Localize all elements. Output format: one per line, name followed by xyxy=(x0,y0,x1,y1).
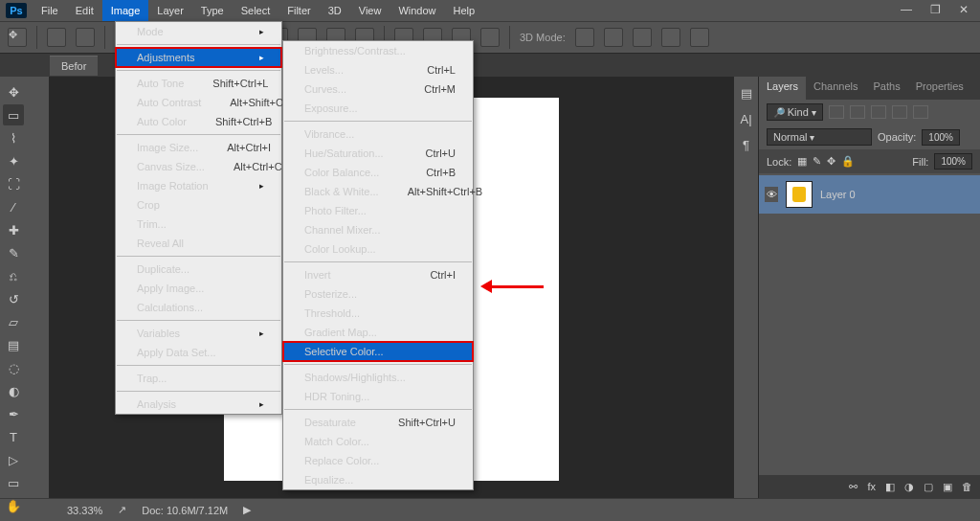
delete-layer-icon[interactable]: 🗑 xyxy=(962,481,972,492)
filter-icon[interactable] xyxy=(892,105,907,119)
menu-item[interactable]: Selective Color... xyxy=(283,342,473,361)
opacity-value[interactable]: 100% xyxy=(922,129,960,146)
blur-tool-icon[interactable]: ◌ xyxy=(3,357,24,378)
menu-item[interactable]: Auto ColorShift+Ctrl+B xyxy=(116,112,281,131)
adjustment-layer-icon[interactable]: ◑ xyxy=(904,481,914,493)
filter-icon[interactable] xyxy=(913,105,928,119)
menu-item[interactable]: Replace Color... xyxy=(283,451,473,470)
link-layers-icon[interactable]: ⚯ xyxy=(849,481,858,493)
menu-item[interactable]: Color Balance...Ctrl+B xyxy=(283,163,473,182)
type-tool-icon[interactable]: T xyxy=(3,426,24,447)
panel-tab-channels[interactable]: Channels xyxy=(806,77,865,100)
menu-item[interactable]: Color Lookup... xyxy=(283,239,473,259)
menu-item[interactable]: Shadows/Highlights... xyxy=(283,368,473,387)
menu-item[interactable]: Levels...Ctrl+L xyxy=(283,60,473,79)
fill-value[interactable]: 100% xyxy=(934,153,972,170)
visibility-icon[interactable]: 👁 xyxy=(765,187,778,202)
panel-icon[interactable]: ▤ xyxy=(741,86,752,101)
menu-item[interactable]: Curves...Ctrl+M xyxy=(283,79,473,99)
marquee-tool-icon[interactable]: ▭ xyxy=(3,104,24,125)
opt-icon[interactable] xyxy=(47,28,66,47)
menu-item[interactable]: Trim... xyxy=(116,215,281,234)
lock-position-icon[interactable]: ✥ xyxy=(827,155,835,168)
menu-item[interactable]: Match Color... xyxy=(283,432,473,451)
menu-item[interactable]: Threshold... xyxy=(283,304,473,323)
filter-icon[interactable] xyxy=(871,105,886,119)
menu-type[interactable]: Type xyxy=(192,0,233,21)
opt-icon[interactable] xyxy=(76,28,95,47)
kind-filter[interactable]: 🔎 Kind ▾ xyxy=(767,103,823,121)
menu-view[interactable]: View xyxy=(350,0,390,21)
menu-item[interactable]: Crop xyxy=(116,195,281,215)
dodge-tool-icon[interactable]: ◐ xyxy=(3,380,24,401)
filter-icon[interactable] xyxy=(829,105,844,119)
lock-brush-icon[interactable]: ✎ xyxy=(813,155,821,168)
brush-tool-icon[interactable]: ✎ xyxy=(3,242,24,263)
3d-icon[interactable] xyxy=(690,28,709,47)
document-tab[interactable]: Befor xyxy=(50,56,98,76)
menu-item[interactable]: Hue/Saturation...Ctrl+U xyxy=(283,144,473,163)
menu-item[interactable]: Black & White...Alt+Shift+Ctrl+B xyxy=(283,182,473,201)
menu-edit[interactable]: Edit xyxy=(67,0,102,21)
3d-icon[interactable] xyxy=(575,28,594,47)
wand-tool-icon[interactable]: ✦ xyxy=(3,150,24,171)
3d-icon[interactable] xyxy=(661,28,680,47)
menu-item[interactable]: Exposure... xyxy=(283,99,473,118)
menu-filter[interactable]: Filter xyxy=(278,0,319,21)
menu-item[interactable]: Vibrance... xyxy=(283,125,473,144)
panel-tab-layers[interactable]: Layers xyxy=(759,77,806,100)
menu-3d[interactable]: 3D xyxy=(320,0,350,21)
shape-tool-icon[interactable]: ▭ xyxy=(3,472,24,493)
panel-tab-paths[interactable]: Paths xyxy=(866,77,908,100)
menu-item[interactable]: Mode xyxy=(116,22,281,41)
filter-icon[interactable] xyxy=(850,105,865,119)
menu-item[interactable]: Channel Mixer... xyxy=(283,220,473,239)
zoom-level[interactable]: 33.33% xyxy=(67,505,102,516)
panel-tab-properties[interactable]: Properties xyxy=(908,77,971,100)
maximize-button[interactable]: ❐ xyxy=(924,2,946,17)
stamp-tool-icon[interactable]: ⎌ xyxy=(3,265,24,286)
crop-tool-icon[interactable]: ⛶ xyxy=(3,173,24,194)
group-icon[interactable]: ▢ xyxy=(924,481,933,493)
menu-select[interactable]: Select xyxy=(233,0,279,21)
menu-item[interactable]: Equalize... xyxy=(283,470,473,489)
menu-item[interactable]: Duplicate... xyxy=(116,260,281,279)
chevron-right-icon[interactable]: ▶ xyxy=(243,504,251,516)
menu-item[interactable]: DesaturateShift+Ctrl+U xyxy=(283,413,473,432)
menu-item[interactable]: Adjustments xyxy=(116,48,281,67)
menu-item[interactable]: Analysis xyxy=(116,395,281,414)
menu-item[interactable]: Image Size...Alt+Ctrl+I xyxy=(116,138,281,157)
new-layer-icon[interactable]: ▣ xyxy=(943,481,952,493)
menu-window[interactable]: Window xyxy=(390,0,444,21)
minimize-button[interactable]: — xyxy=(896,2,917,17)
close-button[interactable]: ✕ xyxy=(953,2,974,17)
share-icon[interactable]: ↗ xyxy=(118,504,126,516)
lasso-tool-icon[interactable]: ⌇ xyxy=(3,127,24,148)
menu-item[interactable]: Auto ContrastAlt+Shift+Ctrl+L xyxy=(116,93,281,112)
menu-item[interactable]: Canvas Size...Alt+Ctrl+C xyxy=(116,157,281,176)
layer-row[interactable]: 👁 Layer 0 xyxy=(759,175,980,214)
hand-tool-icon[interactable]: ✋ xyxy=(3,495,24,516)
menu-item[interactable]: Photo Filter... xyxy=(283,201,473,220)
menu-help[interactable]: Help xyxy=(445,0,484,21)
menu-item[interactable]: Auto ToneShift+Ctrl+L xyxy=(116,74,281,93)
menu-item[interactable]: Brightness/Contrast... xyxy=(283,41,473,60)
eyedropper-tool-icon[interactable]: ⁄ xyxy=(3,196,24,217)
layer-fx-icon[interactable]: fx xyxy=(867,481,876,492)
blend-mode-select[interactable]: Normal ▾ xyxy=(767,128,872,146)
distribute-icon[interactable] xyxy=(480,28,500,47)
menu-item[interactable]: Calculations... xyxy=(116,298,281,317)
move-tool-icon[interactable]: ✥ xyxy=(3,81,24,102)
pen-tool-icon[interactable]: ✒ xyxy=(3,403,24,424)
lock-all-icon[interactable]: 🔒 xyxy=(841,155,855,168)
layer-mask-icon[interactable]: ◧ xyxy=(885,481,895,493)
menu-item[interactable]: Gradient Map... xyxy=(283,323,473,342)
lock-pixels-icon[interactable]: ▦ xyxy=(797,155,807,168)
menu-item[interactable]: Reveal All xyxy=(116,234,281,253)
menu-item[interactable]: Variables xyxy=(116,324,281,343)
heal-tool-icon[interactable]: ✚ xyxy=(3,219,24,240)
paragraph-panel-icon[interactable]: ¶ xyxy=(743,138,749,152)
menu-item[interactable]: Image Rotation xyxy=(116,176,281,195)
eraser-tool-icon[interactable]: ▱ xyxy=(3,311,24,332)
layer-thumbnail[interactable] xyxy=(786,181,813,208)
